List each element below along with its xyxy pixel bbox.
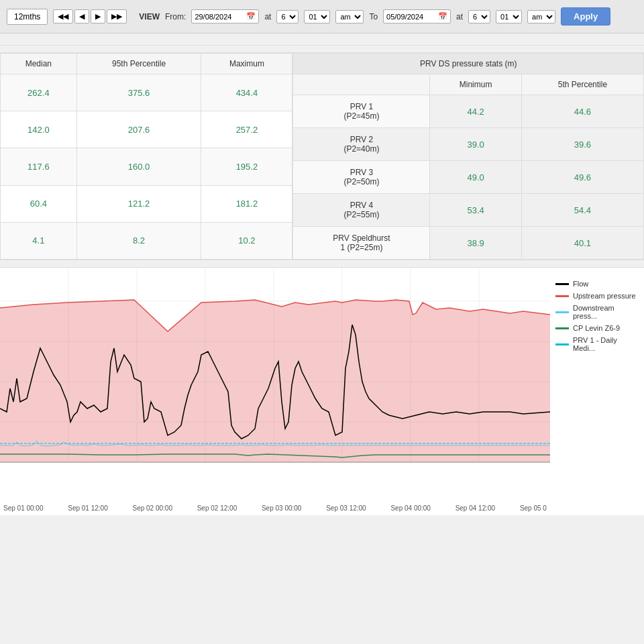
left-max-cell: 10.2	[201, 222, 292, 259]
x-label-3: Sep 02 12:00	[197, 504, 237, 512]
left-max-cell: 434.4	[201, 74, 292, 111]
right-header-label	[293, 74, 430, 95]
right-table-row: PRV 4 (P2=55m) 53.4 54.4	[293, 194, 644, 227]
from-label: From:	[165, 12, 186, 21]
right-p5-cell: 44.6	[521, 95, 643, 128]
toolbar: 12mths ◀◀ ◀ ▶ ▶▶ VIEW From: 📅 at 6 01 am…	[0, 0, 644, 34]
nav-buttons: ◀◀ ◀ ▶ ▶▶	[53, 9, 127, 23]
right-min-cell: 53.4	[430, 194, 521, 227]
left-p95-cell: 207.6	[76, 111, 201, 148]
left-header-median: Median	[1, 54, 77, 74]
chart-section: Sep 01 00:00 Sep 01 12:00 Sep 02 00:00 S…	[0, 267, 644, 515]
chart-container: Sep 01 00:00 Sep 01 12:00 Sep 02 00:00 S…	[0, 267, 644, 515]
left-median-cell: 117.6	[1, 148, 77, 185]
to-date-input[interactable]: 📅	[383, 9, 451, 23]
legend-prv1-label: PRV 1 - Daily Medi...	[573, 336, 639, 352]
legend-prv1-color	[555, 343, 569, 345]
left-median-cell: 142.0	[1, 111, 77, 148]
right-label-cell: PRV 1 (P2=45m)	[293, 95, 430, 128]
apply-button[interactable]: Apply	[561, 7, 610, 25]
right-header-min: Minimum	[430, 74, 521, 95]
left-table-row: 4.1 8.2 10.2	[1, 222, 292, 259]
right-p5-cell: 40.1	[521, 227, 643, 260]
left-median-cell: 262.4	[1, 74, 77, 111]
left-median-cell: 60.4	[1, 185, 77, 222]
right-min-cell: 44.2	[430, 95, 521, 128]
right-p5-cell: 49.6	[521, 161, 643, 194]
x-label-2: Sep 02 00:00	[132, 504, 172, 512]
left-median-cell: 4.1	[1, 222, 77, 259]
right-p5-cell: 54.4	[521, 194, 643, 227]
left-header-max: Maximum	[201, 54, 292, 74]
from-date-input[interactable]: 📅	[191, 9, 259, 23]
legend-downstream-color	[555, 311, 569, 313]
legend-upstream-label: Upstream pressure	[573, 292, 636, 300]
nav-last[interactable]: ▶▶	[107, 9, 127, 23]
right-p5-cell: 39.6	[521, 128, 643, 161]
x-label-0: Sep 01 00:00	[3, 504, 44, 512]
right-label-cell: PRV 4 (P2=55m)	[293, 194, 430, 227]
left-header-p95: 95th Percentile	[76, 54, 201, 74]
chart-legend: Flow Upstream pressure Downstream press.…	[550, 274, 644, 362]
to-ampm-select[interactable]: am	[527, 10, 555, 23]
legend-flow-color	[555, 283, 569, 285]
right-table-row: PRV Speldhurst 1 (P2=25m) 38.9 40.1	[293, 227, 644, 260]
x-label-1: Sep 01 12:00	[68, 504, 108, 512]
legend-cp-levin-color	[555, 327, 569, 329]
calendar-icon-from: 📅	[246, 12, 256, 21]
stats-section: Median 95th Percentile Maximum 262.4 375…	[0, 52, 644, 260]
left-table-row: 262.4 375.6 434.4	[1, 74, 292, 111]
x-label-7: Sep 04 12:00	[455, 504, 496, 512]
right-main-header: PRV DS pressure stats (m)	[293, 54, 644, 74]
nav-next[interactable]: ▶	[91, 9, 105, 23]
to-date-field[interactable]	[386, 13, 437, 21]
right-min-cell: 39.0	[430, 128, 521, 161]
legend-flow-label: Flow	[573, 280, 588, 288]
left-p95-cell: 8.2	[76, 222, 201, 259]
calendar-icon-to: 📅	[438, 12, 447, 21]
left-max-cell: 181.2	[201, 185, 292, 222]
from-min-select[interactable]: 01	[304, 10, 330, 23]
x-label-4: Sep 03 00:00	[262, 504, 302, 512]
to-min-select[interactable]: 01	[496, 10, 522, 23]
right-label-cell: PRV 2 (P2=40m)	[293, 128, 430, 161]
at-label-2: at	[456, 12, 463, 21]
from-ampm-select[interactable]: am	[335, 10, 364, 23]
right-table-row: PRV 1 (P2=45m) 44.2 44.6	[293, 95, 644, 128]
x-label-8: Sep 05 0	[520, 504, 547, 512]
right-min-cell: 38.9	[430, 227, 521, 260]
to-label: To	[369, 12, 378, 21]
legend-upstream: Upstream pressure	[555, 292, 639, 300]
left-table-row: 60.4 121.2 181.2	[1, 185, 292, 222]
from-hour-select[interactable]: 6	[276, 10, 299, 23]
period-button[interactable]: 12mths	[7, 9, 48, 25]
nav-first[interactable]: ◀◀	[53, 9, 73, 23]
legend-prv1: PRV 1 - Daily Medi...	[555, 336, 639, 352]
left-stats-table: Median 95th Percentile Maximum 262.4 375…	[0, 53, 292, 260]
legend-downstream: Downstream press...	[555, 304, 639, 320]
right-table-row: PRV 2 (P2=40m) 39.0 39.6	[293, 128, 644, 161]
view-label: VIEW	[139, 12, 160, 21]
nav-prev[interactable]: ◀	[74, 9, 89, 23]
right-min-cell: 49.0	[430, 161, 521, 194]
legend-upstream-color	[555, 295, 569, 297]
right-table-row: PRV 3 (P2=50m) 49.0 49.6	[293, 161, 644, 194]
x-label-6: Sep 04 00:00	[390, 504, 431, 512]
chart-svg	[0, 268, 550, 482]
legend-cp-levin: CP Levin Z6-9	[555, 324, 639, 332]
to-hour-select[interactable]: 6	[468, 10, 490, 23]
legend-downstream-label: Downstream press...	[573, 304, 639, 320]
x-axis-labels: Sep 01 00:00 Sep 01 12:00 Sep 02 00:00 S…	[0, 504, 550, 512]
left-p95-cell: 121.2	[76, 185, 201, 222]
right-label-cell: PRV Speldhurst 1 (P2=25m)	[293, 227, 430, 260]
x-label-5: Sep 03 12:00	[326, 504, 366, 512]
left-max-cell: 195.2	[201, 148, 292, 185]
left-table-row: 117.6 160.0 195.2	[1, 148, 292, 185]
right-header-p5: 5th Percentile	[521, 74, 643, 95]
left-p95-cell: 160.0	[76, 148, 201, 185]
from-date-field[interactable]	[195, 13, 245, 21]
right-label-cell: PRV 3 (P2=50m)	[293, 161, 430, 194]
legend-cp-levin-label: CP Levin Z6-9	[573, 324, 620, 332]
svg-marker-13	[0, 300, 550, 462]
right-stats-table: PRV DS pressure stats (m) Minimum 5th Pe…	[292, 53, 644, 260]
